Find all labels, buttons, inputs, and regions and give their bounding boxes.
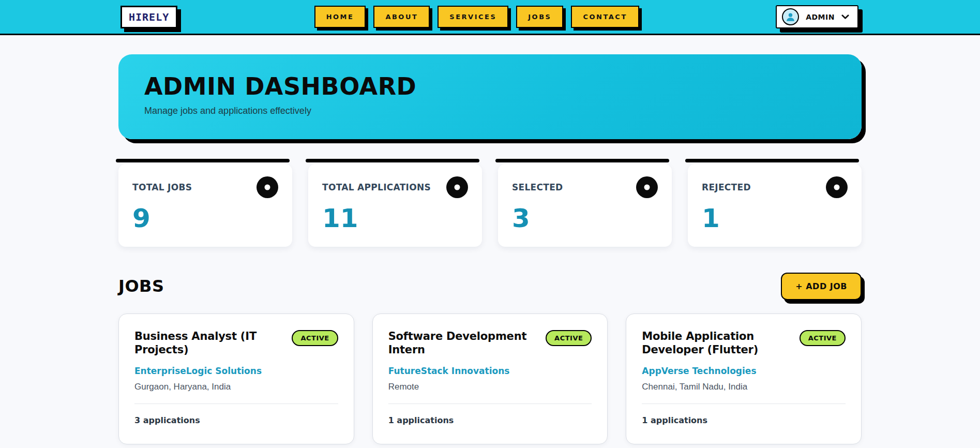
job-card[interactable]: Business Analyst (IT Projects) ACTIVE En… — [118, 313, 354, 444]
donut-icon — [636, 176, 658, 198]
job-card-top: Mobile Application Developer (Flutter) A… — [642, 330, 846, 357]
job-location: Remote — [388, 382, 592, 392]
status-badge: ACTIVE — [546, 330, 592, 346]
stats-row: TOTAL JOBS 9 TOTAL APPLICATIONS 11 SELEC… — [118, 164, 862, 247]
job-title: Business Analyst (IT Projects) — [134, 330, 284, 357]
user-avatar-icon — [782, 8, 799, 25]
job-company: FutureStack Innovations — [388, 366, 592, 376]
stat-label: TOTAL APPLICATIONS — [322, 182, 431, 192]
status-badge: ACTIVE — [292, 330, 338, 346]
main-content: ADMIN DASHBOARD Manage jobs and applicat… — [118, 54, 862, 444]
divider — [388, 404, 592, 404]
stat-card-header: SELECTED — [512, 176, 658, 198]
nav-button-contact[interactable]: CONTACT — [571, 6, 639, 28]
divider — [134, 404, 338, 404]
stat-value: 9 — [132, 205, 278, 231]
top-navbar: HIRELY HOME ABOUT SERVICES JOBS CONTACT … — [0, 0, 980, 35]
admin-label: ADMIN — [806, 13, 835, 21]
nav-button-home[interactable]: HOME — [314, 6, 366, 28]
stat-label: TOTAL JOBS — [132, 182, 192, 192]
donut-icon — [257, 176, 278, 198]
stat-value: 1 — [702, 205, 848, 231]
chevron-down-icon — [841, 14, 849, 20]
add-job-button[interactable]: + ADD JOB — [781, 273, 862, 300]
job-location: Gurgaon, Haryana, India — [134, 382, 338, 392]
page-title: ADMIN DASHBOARD — [144, 73, 836, 100]
donut-icon — [826, 176, 848, 198]
main-nav: HOME ABOUT SERVICES JOBS CONTACT — [314, 6, 639, 28]
nav-button-services[interactable]: SERVICES — [438, 6, 508, 28]
nav-button-about[interactable]: ABOUT — [373, 6, 430, 28]
stat-card-rejected: REJECTED 1 — [688, 164, 862, 247]
stat-value: 11 — [322, 205, 468, 231]
donut-icon — [446, 176, 468, 198]
nav-button-jobs[interactable]: JOBS — [516, 6, 563, 28]
job-card[interactable]: Software Development Intern ACTIVE Futur… — [372, 313, 608, 444]
brand-logo[interactable]: HIRELY — [120, 6, 177, 28]
job-applications-count: 3 applications — [134, 415, 338, 425]
jobs-section-title: JOBS — [118, 276, 164, 296]
stat-label: REJECTED — [702, 182, 751, 192]
job-title: Software Development Intern — [388, 330, 538, 357]
stat-card-header: REJECTED — [702, 176, 848, 198]
divider — [642, 404, 846, 404]
job-card[interactable]: Mobile Application Developer (Flutter) A… — [626, 313, 862, 444]
stat-card-total-jobs: TOTAL JOBS 9 — [118, 164, 292, 247]
stat-card-total-applications: TOTAL APPLICATIONS 11 — [308, 164, 482, 247]
stat-card-header: TOTAL APPLICATIONS — [322, 176, 468, 198]
jobs-grid: Business Analyst (IT Projects) ACTIVE En… — [118, 313, 862, 444]
job-card-top: Software Development Intern ACTIVE — [388, 330, 592, 357]
stat-card-header: TOTAL JOBS — [132, 176, 278, 198]
job-company: AppVerse Technologies — [642, 366, 846, 376]
hero-banner: ADMIN DASHBOARD Manage jobs and applicat… — [118, 54, 862, 139]
stat-card-selected: SELECTED 3 — [498, 164, 672, 247]
job-applications-count: 1 applications — [388, 415, 592, 425]
status-badge: ACTIVE — [800, 330, 846, 346]
stat-label: SELECTED — [512, 182, 563, 192]
job-applications-count: 1 applications — [642, 415, 846, 425]
jobs-section-header: JOBS + ADD JOB — [118, 273, 862, 300]
job-company: EnterpriseLogic Solutions — [134, 366, 338, 376]
job-title: Mobile Application Developer (Flutter) — [642, 330, 792, 357]
job-location: Chennai, Tamil Nadu, India — [642, 382, 846, 392]
job-card-top: Business Analyst (IT Projects) ACTIVE — [134, 330, 338, 357]
stat-value: 3 — [512, 205, 658, 231]
admin-dropdown[interactable]: ADMIN — [776, 5, 858, 28]
page-subtitle: Manage jobs and applications effectively — [144, 106, 836, 116]
